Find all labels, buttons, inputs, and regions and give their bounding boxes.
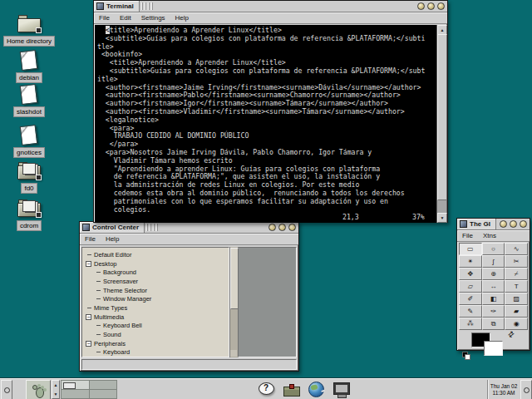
tool-icon: ▨	[513, 296, 520, 303]
tool-icon: ⌿	[515, 271, 519, 278]
tree-item[interactable]: Mouse	[82, 357, 229, 357]
close-button[interactable]	[288, 224, 296, 231]
expand-toggle-icon[interactable]: −	[86, 341, 91, 347]
bucket-fill-tool[interactable]: ◧	[482, 293, 505, 305]
tree-item[interactable]: − Multimedia	[82, 313, 229, 322]
expand-toggle-icon[interactable]: −	[86, 261, 91, 267]
terminal-window: Terminal FileEditSettingsHelp <title>Apr…	[93, 0, 448, 223]
tool-icon: ✥	[467, 271, 473, 278]
default-colors-icon[interactable]	[462, 352, 470, 360]
terminal-screen[interactable]: <title>Aprendiendo a Aprender Linux</tit…	[95, 25, 436, 223]
cursor-position: 21,3	[342, 214, 359, 222]
paintbrush-tool[interactable]: ✑	[482, 305, 505, 318]
tree-item[interactable]: Keyboard Bell	[82, 322, 229, 331]
swap-colors-icon[interactable]: ⇄	[506, 329, 516, 340]
desktop-icon-home-directory[interactable]: Home directory	[2, 13, 57, 47]
tree-item[interactable]: − Peripherals	[82, 339, 229, 348]
scroll-down-arrow[interactable]: ▼	[437, 213, 447, 223]
browser-launcher[interactable]	[306, 380, 327, 399]
tree-item[interactable]: Background	[82, 268, 229, 277]
scrollbar-thumb[interactable]	[230, 248, 239, 309]
minimize-button[interactable]	[417, 2, 425, 10]
tree-item[interactable]: Screensaver	[82, 277, 229, 286]
terminal-titlebar[interactable]: Terminal	[94, 1, 447, 12]
maximize-button[interactable]	[510, 220, 517, 228]
desktop-icon-debian[interactable]: debian	[2, 50, 57, 83]
minimize-button[interactable]	[268, 224, 276, 231]
crop-tool[interactable]: ⌿	[505, 268, 528, 280]
panel-hide-left-button[interactable]	[1, 380, 12, 399]
clone-tool[interactable]: ⧉	[482, 318, 505, 330]
flip-tool[interactable]: ↔	[482, 280, 505, 293]
airbrush-tool[interactable]: ⁂	[459, 318, 482, 330]
control-center-titlebar[interactable]: Control Center	[80, 222, 298, 234]
terminal-line: TRABAJO CEDIDO AL DOMINIO PÚBLICO	[97, 132, 436, 140]
tree-scrollbar[interactable]	[229, 247, 238, 357]
tool-icon: ▰	[514, 308, 519, 315]
menu-item[interactable]: File	[85, 235, 96, 243]
tree-item-label: Keyboard Bell	[103, 322, 142, 329]
menu-item[interactable]: Help	[106, 235, 119, 243]
move-tool[interactable]: ✥	[459, 268, 482, 280]
rect-select-tool[interactable]: ▭	[459, 243, 482, 255]
gimp-titlebar[interactable]: The GI	[457, 219, 530, 230]
menu-item[interactable]: Xtns	[483, 232, 496, 239]
expand-toggle-icon[interactable]: −	[86, 314, 91, 320]
folder-badge-icon	[36, 212, 42, 218]
bezier-select-tool[interactable]: ʃ	[482, 255, 505, 268]
maximize-button[interactable]	[278, 224, 286, 231]
tree-item[interactable]: Mime Types	[82, 303, 229, 313]
desktop-icon-fd0[interactable]: fd0	[2, 160, 57, 194]
text-tool[interactable]: T	[505, 280, 528, 293]
ellipse-select-tool[interactable]: ○	[482, 243, 505, 255]
tree-item[interactable]: Sound	[82, 330, 229, 339]
fuzzy-select-tool[interactable]: ✴	[459, 255, 482, 268]
color-picker-tool[interactable]: ✐	[459, 293, 482, 305]
menu-item[interactable]: Edit	[120, 14, 131, 22]
desktop-icon-slashdot[interactable]: slashdot	[2, 84, 57, 117]
help-launcher[interactable]	[256, 380, 277, 399]
tool-icon: ∿	[514, 246, 520, 253]
menu-item[interactable]: Settings	[141, 14, 165, 22]
menu-item[interactable]: File	[99, 14, 110, 22]
workspace-1[interactable]	[62, 381, 89, 389]
window-title: The GI	[470, 220, 490, 228]
menu-item[interactable]: File	[462, 232, 473, 239]
close-button[interactable]	[520, 220, 527, 228]
workspace-2[interactable]	[90, 381, 117, 389]
tree-branch-tick	[96, 352, 101, 352]
launcher-strip	[256, 380, 352, 399]
minimize-button[interactable]	[500, 220, 507, 228]
background-color-swatch[interactable]	[484, 341, 503, 356]
terminal-line: <legalnotice>	[97, 116, 436, 125]
tree-item[interactable]: Window Manager	[82, 294, 229, 303]
scissors-tool[interactable]: ✂	[505, 255, 528, 268]
terminal-scrollbar[interactable]: ▲ ▼	[436, 25, 446, 223]
eraser-tool[interactable]: ▰	[505, 305, 528, 318]
workspace-4[interactable]	[90, 390, 117, 398]
tool-icon: ◉	[514, 321, 520, 328]
maximize-button[interactable]	[427, 2, 435, 10]
terminal-launcher[interactable]	[331, 380, 352, 399]
desktop-icon-image	[16, 84, 42, 105]
tree-item[interactable]: Theme Selector	[82, 286, 229, 295]
scrollbar-thumb[interactable]	[437, 34, 447, 200]
tree-item[interactable]: − Desktop	[82, 259, 229, 268]
blend-tool[interactable]: ▨	[505, 293, 528, 305]
convolve-tool[interactable]: ◉	[505, 318, 528, 330]
tree-item[interactable]: Keyboard	[82, 348, 229, 357]
free-select-tool[interactable]: ∿	[505, 243, 528, 255]
transform-tool[interactable]: ▱	[459, 280, 482, 293]
pencil-tool[interactable]: ✎	[459, 305, 482, 318]
main-menu-button[interactable]	[26, 380, 51, 399]
tree-item[interactable]: Default Editor	[82, 250, 229, 259]
workspace-3[interactable]	[62, 390, 89, 398]
tasklist-arrows[interactable]: ▲▼	[52, 380, 60, 399]
desktop-icon-gnotices[interactable]: gnotices	[2, 125, 57, 158]
close-button[interactable]	[437, 2, 445, 10]
desktop-icon-cdrom[interactable]: cdrom	[2, 198, 57, 231]
magnify-tool[interactable]: ⊕	[482, 268, 505, 280]
config-launcher[interactable]	[281, 380, 302, 399]
panel-hide-right-button[interactable]	[520, 380, 532, 399]
menu-item[interactable]: Help	[175, 14, 189, 22]
